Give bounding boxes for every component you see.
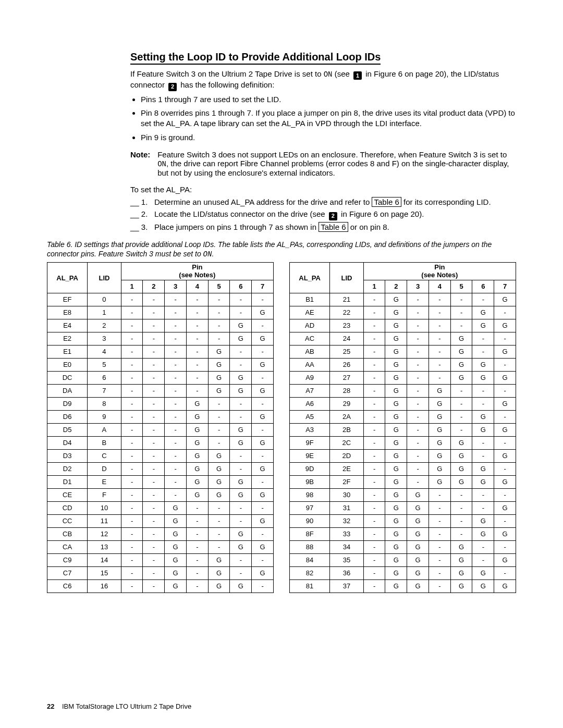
- cell-pin: G: [429, 462, 450, 475]
- intro-paragraph: If Feature Switch 3 on the Ultrium 2 Tap…: [130, 69, 516, 91]
- cell-pin: -: [143, 345, 165, 358]
- cell-pin: G: [494, 423, 516, 436]
- cell-pin: G: [472, 514, 494, 527]
- cell-pin: G: [208, 371, 230, 384]
- table-6-link[interactable]: Table 6: [372, 197, 401, 207]
- on-code: ON: [324, 70, 333, 79]
- cell-alpa: 9F: [290, 436, 330, 449]
- cell-pin: -: [121, 488, 143, 501]
- intro-text: If Feature Switch 3 on the Ultrium 2 Tap…: [130, 69, 324, 78]
- cell-pin: G: [385, 475, 407, 488]
- cell-pin: -: [407, 423, 429, 436]
- table-6-link[interactable]: Table 6: [319, 222, 348, 232]
- cell-alpa: 90: [290, 514, 330, 527]
- section-heading: Setting the Loop ID to Provide Additiona…: [130, 51, 381, 65]
- step-row: __ 1. Determine an unused AL_PA address …: [130, 197, 516, 207]
- cell-pin: G: [385, 397, 407, 410]
- table-row: CA13--G--GG: [47, 540, 274, 553]
- cell-pin: -: [143, 449, 165, 462]
- cell-pin: -: [429, 371, 450, 384]
- text: or on pin 8.: [348, 223, 389, 231]
- cell-alpa: E8: [47, 306, 88, 319]
- cell-pin: -: [494, 566, 516, 579]
- cell-alpa: D9: [47, 397, 88, 410]
- cell-pin: G: [165, 540, 187, 553]
- cell-lid: 25: [330, 345, 364, 358]
- cell-lid: 7: [88, 384, 121, 397]
- cell-pin: G: [208, 449, 230, 462]
- cell-pin: -: [252, 423, 274, 436]
- cell-pin: -: [363, 306, 385, 319]
- cell-pin: -: [407, 436, 429, 449]
- text: Determine an unused AL_PA address for th…: [154, 198, 372, 206]
- cell-lid: 6: [88, 371, 121, 384]
- cell-pin: G: [385, 410, 407, 423]
- th-pin-5: 5: [450, 280, 472, 293]
- th-pin-3: 3: [407, 280, 429, 293]
- cell-alpa: E2: [47, 332, 88, 345]
- cell-pin: -: [143, 306, 165, 319]
- definition-list: Pins 1 through 7 are used to set the LID…: [130, 94, 516, 143]
- cell-pin: G: [494, 293, 516, 306]
- cell-pin: -: [143, 540, 165, 553]
- cell-lid: 2B: [330, 423, 364, 436]
- cell-pin: -: [208, 540, 230, 553]
- cell-alpa: CA: [47, 540, 88, 553]
- cell-pin: -: [165, 293, 187, 306]
- cell-pin: -: [208, 514, 230, 527]
- cell-pin: -: [429, 345, 450, 358]
- table-row: 9D2E-G-GGG-: [290, 462, 516, 475]
- cell-pin: -: [186, 332, 208, 345]
- cell-pin: -: [450, 293, 472, 306]
- cell-pin: -: [121, 384, 143, 397]
- on-code: ON: [157, 160, 166, 168]
- cell-pin: G: [230, 579, 252, 593]
- cell-pin: G: [472, 319, 494, 332]
- th-pin-6: 6: [230, 280, 252, 293]
- cell-pin: -: [208, 410, 230, 423]
- cell-pin: -: [165, 358, 187, 371]
- cell-pin: G: [429, 475, 450, 488]
- cell-pin: -: [186, 293, 208, 306]
- cell-pin: -: [407, 358, 429, 371]
- cell-pin: G: [385, 501, 407, 514]
- cell-alpa: AE: [290, 306, 330, 319]
- cell-pin: G: [252, 514, 274, 527]
- cell-pin: -: [121, 332, 143, 345]
- cell-alpa: A9: [290, 371, 330, 384]
- cell-pin: G: [429, 384, 450, 397]
- cell-pin: -: [494, 436, 516, 449]
- table-row: 8834-GG-G--: [290, 540, 516, 553]
- cell-pin: -: [252, 397, 274, 410]
- cell-pin: G: [385, 345, 407, 358]
- cell-lid: 23: [330, 319, 364, 332]
- cell-pin: -: [186, 371, 208, 384]
- cell-pin: G: [186, 475, 208, 488]
- cell-alpa: 82: [290, 566, 330, 579]
- cell-pin: -: [429, 332, 450, 345]
- cell-pin: -: [450, 488, 472, 501]
- cell-alpa: CD: [47, 501, 88, 514]
- cell-pin: -: [252, 345, 274, 358]
- cell-pin: -: [429, 527, 450, 540]
- cell-pin: G: [385, 319, 407, 332]
- cell-pin: G: [186, 488, 208, 501]
- note-body: Feature Switch 3 does not support LEDs o…: [157, 150, 515, 177]
- cell-pin: -: [363, 527, 385, 540]
- cell-pin: G: [385, 514, 407, 527]
- table-row: D4B---G-GG: [47, 436, 274, 449]
- cell-pin: -: [208, 319, 230, 332]
- cell-pin: G: [407, 501, 429, 514]
- table-row: CEF---GGGG: [47, 488, 274, 501]
- cell-pin: -: [186, 579, 208, 593]
- cell-pin: G: [385, 293, 407, 306]
- cell-lid: 24: [330, 332, 364, 345]
- cell-pin: -: [121, 540, 143, 553]
- table-row: AA26-G--GG-: [290, 358, 516, 371]
- cell-pin: -: [407, 397, 429, 410]
- cell-pin: G: [407, 540, 429, 553]
- cell-pin: G: [450, 358, 472, 371]
- cell-pin: -: [121, 475, 143, 488]
- cell-pin: -: [121, 449, 143, 462]
- cell-pin: G: [472, 579, 494, 593]
